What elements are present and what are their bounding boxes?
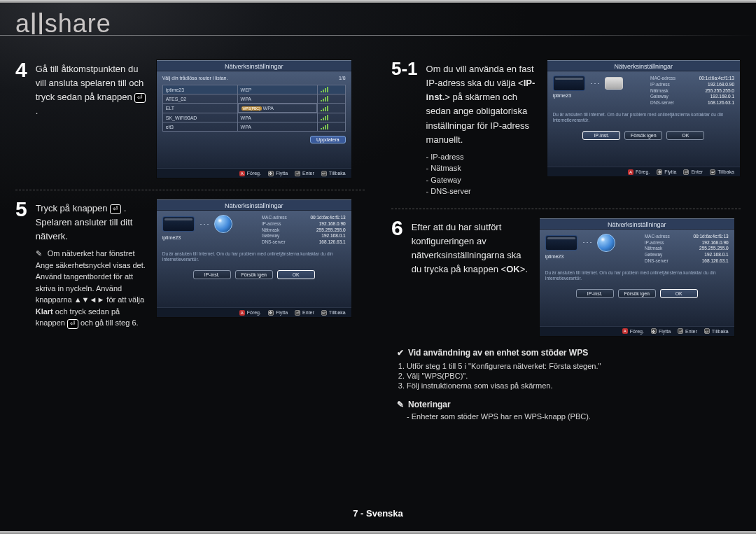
retry-button[interactable]: Försök igen <box>618 289 656 298</box>
left-column: 4 Gå till åtkomstpunkten du vill ansluta… <box>15 59 365 499</box>
network-info: MAC-adress00:1d:6a:4c:f1:13 IP-adress192… <box>262 215 346 246</box>
step-6-text: Efter att du har slutfört konfigureringe… <box>412 218 531 337</box>
screen-title: Nätverksinställningar <box>540 218 734 230</box>
ssid-label: iptime23 <box>162 235 232 240</box>
screen-buttons: IP-inst. Försök igen OK <box>553 131 734 140</box>
return-icon: ↩ <box>710 169 715 175</box>
right-column: 5-1 Om du vill använda en fast IP-adress… <box>391 59 741 499</box>
screen-title: Nätverksinställningar <box>157 60 351 71</box>
step-5-1: 5-1 Om du vill använda en fast IP-adress… <box>391 59 741 209</box>
network-info: MAC-adress00:1d:6a:4c:f1:13 IP-adress192… <box>650 76 734 106</box>
enter-icon: ⏎ <box>295 171 300 176</box>
notes-line: - Enheter som stöder WPS har en WPS-knap… <box>407 412 741 421</box>
step-number: 4 <box>15 59 27 178</box>
signal-icon <box>321 106 342 111</box>
wifi-list: iptime23WEP ATES_02WPA ELTWPS(PBC)WPA SK… <box>162 85 346 132</box>
manual-content: 4 Gå till åtkomstpunkten du vill ansluta… <box>15 59 741 499</box>
note-icon: ✎ <box>36 248 46 260</box>
ip-settings-button[interactable]: IP-inst. <box>193 270 231 279</box>
screen-footer: AFöreg. ✥Flytta ⏎Enter ↩Tillbaka <box>547 167 740 176</box>
ip-settings-button[interactable]: IP-inst. <box>582 131 620 140</box>
enter-icon: ⏎ <box>678 328 683 334</box>
app-logo: allshare <box>15 6 111 39</box>
step-number: 5-1 <box>391 59 418 197</box>
list-item: Välj "WPS(PBC)". <box>407 372 741 380</box>
status-message: Du är ansluten till Internet. Om du har … <box>545 270 729 282</box>
red-button-icon: A <box>239 310 245 316</box>
screen-footer: AFöreg. ✥Flytta ⏎Enter ↩Tillbaka <box>157 168 351 178</box>
device-icon <box>545 235 578 251</box>
list-item: Utför steg 1 till 5 i "Konfigurera nätve… <box>407 362 741 370</box>
return-icon: ↩ <box>704 328 710 334</box>
red-button-icon: A <box>622 328 628 334</box>
network-info: MAC-adress00:1d:6a:4c:f1:13 IP-adress192… <box>645 234 729 265</box>
signal-icon <box>321 96 342 101</box>
step-4: 4 Gå till åtkomstpunkten du vill ansluta… <box>15 59 365 190</box>
step-4-text: Gå till åtkomstpunkten du vill ansluta s… <box>36 59 148 178</box>
step-5-text-a: Tryck på knappen <box>36 203 110 213</box>
globe-icon <box>214 215 232 233</box>
check-icon: ✔ <box>397 348 404 358</box>
step-number: 6 <box>391 218 403 337</box>
table-row: iptime23WEP <box>162 85 345 94</box>
enter-key-icon: ⏎ <box>67 319 78 329</box>
screen-hint: Välj din trådlösa router i listan. 1/8 <box>162 76 346 80</box>
enter-icon: ⏎ <box>683 169 689 175</box>
connection-line <box>582 242 593 243</box>
table-row: ELTWPS(PBC)WPA <box>162 104 345 113</box>
step-5-1-screenshot: Nätverksinställningar iptime23 M <box>547 59 741 177</box>
nav-icon: ✥ <box>268 171 274 176</box>
screen-buttons: IP-inst. Försök igen OK <box>545 289 729 298</box>
wps-heading: ✔Vid användning av en enhet som stöder W… <box>397 348 741 358</box>
ip-settings-button[interactable]: IP-inst. <box>576 289 614 298</box>
retry-button[interactable]: Försök igen <box>624 131 662 140</box>
nav-icon: ✥ <box>657 169 662 175</box>
enter-icon: ⏎ <box>295 310 300 316</box>
ok-button[interactable]: OK <box>277 270 315 279</box>
header-divider <box>0 35 756 36</box>
red-button-icon: A <box>628 169 634 175</box>
screen-footer: AFöreg. ✥Flytta ⏎Enter ↩Tillbaka <box>157 307 351 317</box>
nav-icon: ✥ <box>268 310 274 316</box>
return-icon: ↩ <box>321 310 327 316</box>
wps-section: ✔Vid användning av en enhet som stöder W… <box>391 348 741 421</box>
retry-button[interactable]: Försök igen <box>235 270 273 279</box>
step-5-text: Tryck på knappen ⏎ . Spelaren ansluter t… <box>36 199 148 329</box>
step-5-1-bullets: - IP-adress - Nätmask - Gateway - DNS-se… <box>426 151 538 197</box>
step-4-screenshot: Nätverksinställningar Välj din trådlösa … <box>156 59 352 178</box>
device-icon <box>162 216 195 232</box>
red-button-icon: A <box>239 171 245 176</box>
signal-icon <box>321 87 342 92</box>
step-5-screenshot: Nätverksinställningar iptime23 M <box>156 199 352 318</box>
enter-key-icon: ⏎ <box>134 93 146 103</box>
step-4-text-a: Gå till åtkomstpunkten du vill ansluta s… <box>36 64 144 102</box>
window-top-bar <box>0 0 756 3</box>
ok-button[interactable]: OK <box>660 289 698 298</box>
table-row: ATES_02WPA <box>162 94 345 104</box>
globe-icon <box>597 234 615 252</box>
connection-line <box>199 224 210 225</box>
note-icon: ✎ <box>397 400 404 409</box>
refresh-button[interactable]: Uppdatera <box>310 136 346 143</box>
step-6-screenshot: Nätverksinställningar iptime23 M <box>539 218 735 337</box>
status-message: Du är ansluten till Internet. Om du har … <box>162 251 346 263</box>
wps-badge: WPS(PBC) <box>241 106 262 111</box>
ok-button[interactable]: OK <box>666 131 704 140</box>
connection-line <box>589 83 601 84</box>
notes-heading: ✎Noteringar <box>397 400 741 409</box>
signal-icon <box>321 115 342 120</box>
page-footer: 7 - Svenska <box>0 508 756 519</box>
screen-footer: AFöreg. ✥Flytta ⏎Enter ↩Tillbaka <box>540 326 734 336</box>
return-icon: ↩ <box>321 171 327 176</box>
wps-steps: Utför steg 1 till 5 i "Konfigurera nätve… <box>407 362 741 390</box>
step-5: 5 Tryck på knappen ⏎ . Spelaren ansluter… <box>15 199 365 340</box>
screen-buttons: IP-inst. Försök igen OK <box>162 270 346 279</box>
screen-title: Nätverksinställningar <box>547 60 740 71</box>
enter-key-icon: ⏎ <box>110 204 121 214</box>
ssid-label: iptime23 <box>545 254 615 259</box>
step-4-text-b: . <box>36 106 38 116</box>
screen-title: Nätverksinställningar <box>157 199 351 211</box>
router-icon <box>605 77 623 90</box>
table-row: SK_WiFi90ADWPA <box>162 113 345 122</box>
step-5-1-text: Om du vill använda en fast IP-adress ska… <box>426 59 538 197</box>
